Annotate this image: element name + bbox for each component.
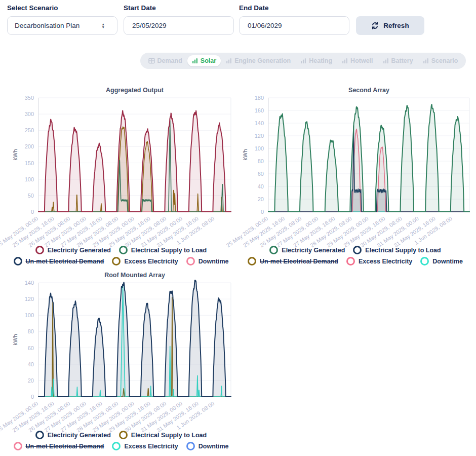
tab-label: Battery — [391, 57, 413, 64]
series-fill — [38, 110, 231, 212]
y-tick-label: 50 — [28, 193, 34, 199]
y-tick-label: 150 — [25, 160, 34, 166]
legend-label: Excess Electricity — [359, 258, 412, 265]
legend-label: Downtime — [432, 258, 463, 265]
legend-marker-icon — [346, 257, 355, 265]
series-line-excess-electricity — [38, 127, 231, 212]
tab-engine-generation[interactable]: Engine Generation — [221, 55, 295, 66]
legend-item-un-met-electrical-demand[interactable]: Un-met Electrical Demand — [14, 442, 104, 450]
legend-item-electricity-generated[interactable]: Electricity Generated — [35, 246, 111, 254]
start-date-input-wrap — [124, 16, 234, 35]
legend-label: Electricity Generated — [48, 247, 111, 254]
tab-battery[interactable]: Battery — [378, 55, 418, 66]
table-icon — [148, 58, 155, 64]
legend-item-electricity-generated[interactable]: Electricity Generated — [35, 431, 111, 439]
y-tick-label: 100 — [25, 176, 34, 182]
dashboard: { "controls": { "scenario_label": "Selec… — [0, 0, 476, 456]
legend-item-excess-electricity[interactable]: Excess Electricity — [346, 257, 412, 265]
scenario-label: Select Scenario — [7, 4, 117, 12]
legend-item-un-met-electrical-demand[interactable]: Un-met Electrical Demand — [14, 257, 104, 265]
y-tick-label: 0 — [31, 209, 34, 215]
tab-label: Demand — [157, 57, 182, 64]
series-line-electricity-generated — [38, 110, 231, 212]
y-tick-label: 140 — [25, 280, 34, 286]
chart-aggregated-output: Aggregated Output050100150200250300350kW… — [7, 85, 235, 269]
y-tick-label: 0 — [31, 394, 34, 400]
y-tick-label: 250 — [25, 127, 34, 133]
legend-item-downtime[interactable]: Downtime — [186, 257, 229, 265]
tab-hotwell[interactable]: Hotwell — [337, 55, 377, 66]
y-tick-label: 200 — [25, 143, 34, 149]
y-tick-label: 0 — [261, 209, 264, 215]
y-tick-label: 350 — [25, 95, 34, 101]
legend-label: Excess Electricity — [124, 443, 178, 450]
bar-chart-icon — [300, 58, 306, 64]
series-line-excess-electricity — [38, 285, 231, 397]
tab-label: Engine Generation — [234, 57, 291, 64]
tab-scenario[interactable]: Scenario — [418, 55, 463, 66]
legend-item-downtime[interactable]: Downtime — [420, 257, 463, 265]
y-tick-label: 60 — [28, 345, 34, 351]
y-tick-label: 140 — [255, 120, 264, 126]
refresh-label: Refresh — [383, 22, 409, 29]
tab-heating[interactable]: Heating — [296, 55, 337, 66]
legend-item-downtime[interactable]: Downtime — [186, 442, 229, 450]
y-tick-label: 160 — [255, 107, 264, 113]
series-fill — [38, 127, 231, 212]
tab-bar: DemandSolarEngine GenerationHeatingHotwe… — [140, 53, 466, 69]
legend-item-excess-electricity[interactable]: Excess Electricity — [112, 442, 178, 450]
chart-plot: Roof Mounted Array020406080100120140kWh2… — [7, 270, 235, 441]
chart-legend: Electricity GeneratedElectrical Supply t… — [7, 431, 235, 450]
end-date-field: End Date — [239, 4, 349, 35]
series-line-electricity-generated — [38, 280, 231, 397]
start-date-input[interactable] — [131, 21, 226, 30]
y-tick-label: 120 — [25, 296, 34, 302]
start-date-field: Start Date — [124, 4, 234, 35]
legend-marker-icon — [112, 442, 121, 450]
chart-plot: Second Array020406080100120140160180kWh2… — [237, 85, 473, 256]
legend-marker-icon — [186, 442, 195, 450]
y-tick-label: 100 — [255, 145, 264, 151]
legend-item-un-met-electrical-demand[interactable]: Un-met Electrical Demand — [248, 257, 338, 265]
legend-item-electrical-supply-to-load[interactable]: Electrical Supply to Load — [353, 246, 441, 254]
y-tick-label: 100 — [25, 312, 34, 318]
legend-item-excess-electricity[interactable]: Excess Electricity — [112, 257, 178, 265]
tab-demand[interactable]: Demand — [144, 55, 187, 66]
legend-item-electricity-generated[interactable]: Electricity Generated — [269, 246, 345, 254]
top-controls: Select Scenario Decarbonisation Plan ▲▼ … — [0, 0, 476, 46]
legend-marker-icon — [35, 246, 44, 254]
scenario-select[interactable]: Decarbonisation Plan ▲▼ — [7, 16, 117, 35]
legend-marker-icon — [119, 246, 128, 254]
legend-marker-icon — [353, 246, 362, 254]
legend-marker-icon — [119, 431, 128, 439]
y-axis-label: kWh — [12, 149, 18, 161]
chart-title: Roof Mounted Array — [104, 272, 165, 279]
refresh-button[interactable]: Refresh — [356, 16, 424, 35]
legend-item-electrical-supply-to-load[interactable]: Electrical Supply to Load — [119, 431, 207, 439]
start-date-label: Start Date — [124, 4, 234, 12]
scenario-field: Select Scenario Decarbonisation Plan ▲▼ — [7, 4, 117, 35]
legend-marker-icon — [269, 246, 278, 254]
chart-legend: Electricity GeneratedElectrical Supply t… — [7, 246, 235, 265]
y-tick-label: 20 — [258, 196, 264, 202]
end-date-label: End Date — [239, 4, 349, 12]
tab-solar[interactable]: Solar — [187, 55, 221, 66]
legend-marker-icon — [186, 257, 195, 265]
legend-marker-icon — [112, 257, 121, 265]
bar-chart-icon — [192, 58, 198, 64]
y-axis-label: kWh — [242, 149, 248, 161]
series-line-electrical-supply-to-load — [38, 121, 231, 212]
legend-label: Electrical Supply to Load — [131, 247, 207, 254]
tab-label: Hotwell — [350, 57, 373, 64]
legend-marker-icon — [248, 257, 256, 265]
series-fill — [38, 285, 231, 397]
legend-label: Electrical Supply to Load — [131, 432, 207, 439]
chart-title: Second Array — [348, 87, 389, 94]
legend-label: Electrical Supply to Load — [365, 247, 441, 254]
y-tick-label: 180 — [255, 95, 264, 101]
legend-item-electrical-supply-to-load[interactable]: Electrical Supply to Load — [119, 246, 207, 254]
legend-marker-icon — [35, 431, 44, 439]
legend-label: Excess Electricity — [124, 258, 178, 265]
end-date-input[interactable] — [247, 21, 342, 30]
y-tick-label: 60 — [258, 171, 264, 177]
